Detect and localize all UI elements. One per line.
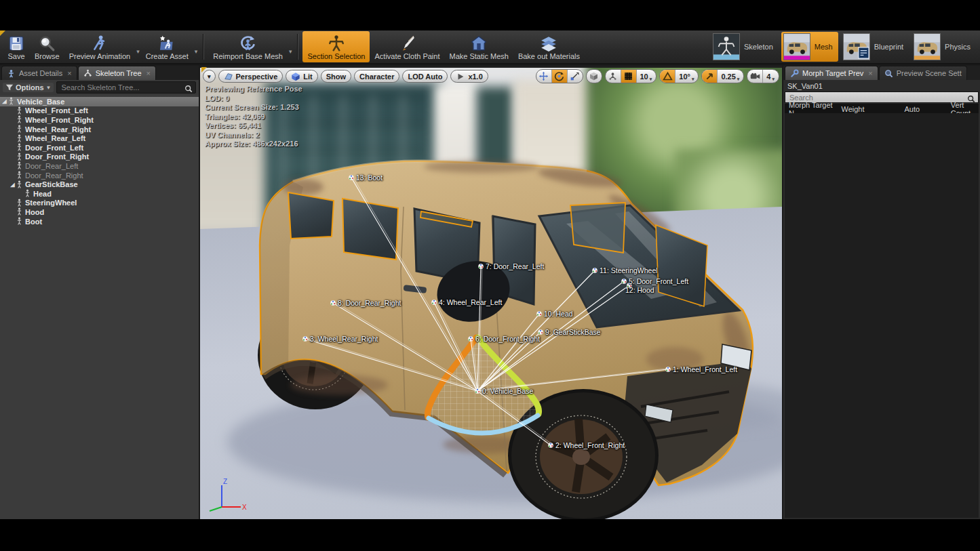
close-icon[interactable] — [67, 69, 71, 77]
brush-icon — [398, 35, 416, 52]
bone-dot-6[interactable] — [468, 336, 473, 342]
tab-label: Preview Scene Sett — [897, 69, 962, 77]
expand-arrow-icon[interactable]: ◢ — [9, 182, 16, 188]
lod-auto-button[interactable]: LOD Auto — [402, 70, 448, 83]
grid-snap-toggle[interactable] — [621, 70, 637, 83]
mode-tab-label: Skeleton — [744, 43, 773, 51]
mode-tab-label: Physics — [945, 43, 971, 51]
bone-dot-13[interactable] — [349, 175, 354, 180]
bone-dot-11[interactable] — [592, 268, 597, 273]
tab-asset-details[interactable]: Asset Details — [1, 66, 77, 80]
camera-speed-icon[interactable] — [747, 70, 763, 83]
van-thumb-blueprint — [843, 33, 870, 60]
show-button[interactable]: Show — [321, 70, 351, 83]
lit-mode-button[interactable]: Lit — [286, 70, 317, 83]
chevron-down-icon: ▾ — [772, 77, 775, 83]
bone-dot-5[interactable] — [621, 279, 627, 284]
chevron-down-icon[interactable]: ▾ — [135, 48, 141, 55]
rotation-snap-value[interactable]: 10°▾ — [675, 70, 698, 83]
rotate-tool[interactable] — [552, 70, 568, 83]
bone-dot-3[interactable] — [302, 336, 308, 342]
toolbar-button-save[interactable]: Save — [3, 31, 30, 62]
tree-item-wheel-front-right[interactable]: Wheel_Front_Right — [0, 115, 199, 125]
perspective-button[interactable]: Perspective — [218, 70, 283, 83]
mode-tab-blueprint[interactable]: Blueprint — [841, 32, 909, 62]
bone-dot-4[interactable] — [431, 300, 437, 305]
tree-item-steeringwheel[interactable]: SteeringWheel — [0, 199, 199, 208]
bone-dot-8[interactable] — [330, 300, 336, 306]
stat-line: UV Channels: 2 — [205, 131, 302, 140]
chevron-down-icon: ▼ — [46, 85, 52, 91]
bone-dot-9[interactable] — [538, 329, 543, 335]
close-icon[interactable] — [868, 69, 872, 77]
tab-label: Asset Details — [19, 69, 62, 77]
main-toolbar: SaveBrowsePreview Animation▾Create Asset… — [0, 30, 980, 64]
tree-item-wheel-rear-left[interactable]: Wheel_Rear_Left — [0, 134, 199, 143]
tree-item-boot[interactable]: Boot — [0, 217, 199, 226]
toolbar-button-reimport-base-mesh[interactable]: Reimport Base Mesh — [208, 31, 288, 62]
toolbar-button-browse[interactable]: Browse — [30, 31, 64, 62]
scale-snap-toggle[interactable] — [702, 70, 718, 83]
bone-label-2-wheel-front-right: 2: Wheel_Front_Right — [555, 441, 625, 449]
scale-tool[interactable] — [568, 70, 583, 83]
morph-target-list-empty[interactable] — [785, 113, 979, 518]
tree-item-door-rear-left[interactable]: Door_Rear_Left — [0, 161, 199, 171]
mode-tab-physics[interactable]: Physics — [912, 32, 976, 62]
toolbar-button-activate-cloth-paint[interactable]: Activate Cloth Paint — [370, 31, 444, 62]
camera-icon — [750, 71, 760, 81]
bone-dot-2[interactable] — [548, 443, 553, 448]
tree-item-door-front-left[interactable]: Door_Front_Left — [0, 143, 199, 152]
preview-viewport[interactable]: 0: Vehicle_Base1: Wheel_Front_Left2: Whe… — [200, 66, 782, 519]
column-header-auto[interactable]: Auto — [900, 105, 946, 113]
toolbar-button-make-static-mesh[interactable]: Make Static Mesh — [444, 31, 513, 62]
toolbar-button-label: Browse — [35, 52, 60, 60]
mode-tab-mesh[interactable]: Mesh — [781, 32, 838, 62]
bone-dot-1[interactable] — [665, 367, 671, 372]
bone-name: Door_Rear_Right — [25, 171, 83, 180]
column-header-weight[interactable]: Weight — [837, 105, 900, 113]
tab-morph-target-prev[interactable]: Morph Target Prev — [785, 66, 878, 80]
tree-item-door-rear-right[interactable]: Door_Rear_Right — [0, 171, 199, 180]
camera-speed-value[interactable]: 4▾ — [763, 70, 779, 83]
chevron-down-icon[interactable]: ▾ — [193, 48, 199, 55]
tree-item-wheel-rear-right[interactable]: Wheel_Rear_Right — [0, 125, 199, 134]
skeleton-tree-search-input[interactable] — [60, 83, 184, 92]
bone-icon — [16, 161, 23, 170]
toolbar-button-section-selection[interactable]: Section Selection — [302, 31, 370, 62]
toolbar-button-create-asset[interactable]: Create Asset — [141, 31, 193, 62]
bone-dot-0[interactable] — [475, 388, 480, 394]
tab-skeleton-tree[interactable]: Skeleton Tree — [78, 66, 156, 80]
bone-icon — [16, 115, 23, 124]
tab-preview-scene-sett[interactable]: Preview Scene Sett — [879, 66, 967, 80]
toolbar-button-bake-out-materials[interactable]: Bake out Materials — [513, 31, 585, 62]
bone-label-5-door-front-left: 5: Door_Front_Left — [629, 277, 688, 285]
options-button[interactable]: Options ▼ — [3, 83, 54, 92]
viewport-buttons: ▾PerspectiveLitShowCharacterLOD Autox1.0 — [203, 69, 488, 83]
move-icon — [538, 71, 549, 81]
bone-name: SteeringWheel — [25, 199, 77, 207]
rotation-snap-toggle[interactable] — [660, 70, 675, 83]
toolbar-button-preview-animation[interactable]: Preview Animation — [64, 31, 136, 62]
chevron-down-icon[interactable]: ▾ — [288, 48, 294, 55]
tree-item-head[interactable]: Head — [0, 189, 199, 199]
tree-item-wheel-front-left[interactable]: Wheel_Front_Left — [0, 106, 199, 116]
tree-item-vehicle-base[interactable]: ◢Vehicle_Base — [0, 97, 199, 106]
bone-dot-10[interactable] — [536, 311, 542, 317]
surface-snap-toggle[interactable] — [606, 70, 621, 83]
bone-dot-7[interactable] — [478, 264, 484, 269]
toolbar-button-label: Create Asset — [146, 52, 189, 60]
playback-speed-button[interactable]: x1.0 — [450, 70, 488, 83]
grid-snap-value[interactable]: 10▾ — [637, 70, 656, 83]
mode-tab-skeleton[interactable]: Skeleton — [711, 32, 779, 62]
close-icon[interactable] — [146, 69, 151, 77]
viewport-stats: Previewing Reference PoseLOD: 0Current S… — [205, 85, 302, 149]
character-button[interactable]: Character — [354, 70, 399, 83]
tree-item-hood[interactable]: Hood — [0, 207, 199, 217]
scale-snap-value[interactable]: 0.25▾ — [718, 70, 743, 83]
coordinate-system-toggle[interactable] — [587, 70, 602, 83]
snap-group: 4▾ — [747, 69, 779, 83]
tree-item-door-front-right[interactable]: Door_Front_Right — [0, 152, 199, 162]
expand-arrow-icon[interactable]: ◢ — [1, 98, 7, 104]
tree-item-gearstickbase[interactable]: ◢GearStickBase — [0, 180, 199, 189]
translate-tool[interactable] — [536, 70, 552, 83]
